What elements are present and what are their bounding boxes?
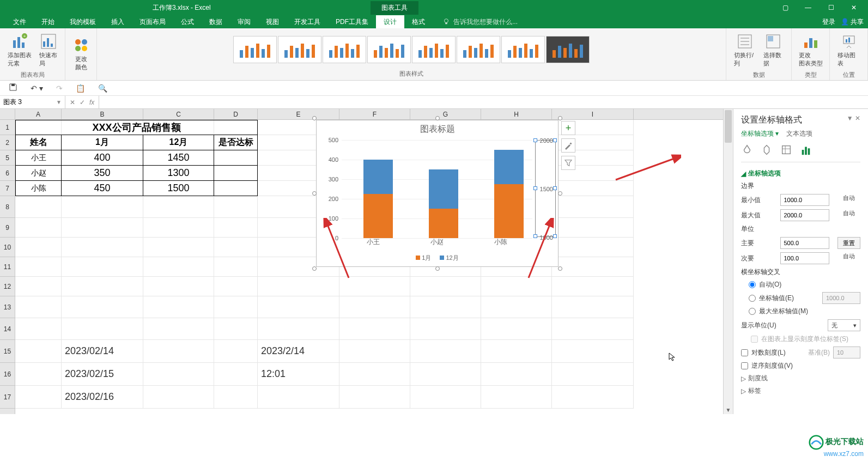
col-header-D[interactable]: D xyxy=(214,109,258,119)
row-header-10[interactable]: 10 xyxy=(0,238,15,257)
cell-C8[interactable] xyxy=(143,196,214,218)
cell-I15[interactable] xyxy=(552,340,634,363)
redo-button[interactable]: ↷ xyxy=(54,83,65,94)
cell-F14[interactable] xyxy=(339,318,410,340)
cell-D11[interactable] xyxy=(214,257,258,277)
cell-I9[interactable] xyxy=(552,218,634,238)
tell-me-input[interactable]: 告诉我您想要做什么... xyxy=(442,15,518,28)
share-button[interactable]: 👤 共享 xyxy=(841,17,864,27)
row-header-6[interactable]: 6 xyxy=(0,166,15,181)
cell-H14[interactable] xyxy=(481,318,552,340)
chart-legend[interactable]: 1月 12月 xyxy=(317,254,558,262)
chart-filters-button[interactable] xyxy=(561,156,575,170)
ribbon-tab-8[interactable]: 视图 xyxy=(258,15,287,28)
enter-formula-icon[interactable]: ✓ xyxy=(80,99,85,106)
text-options-tab[interactable]: 文本选项 xyxy=(786,129,812,138)
cell-C16[interactable] xyxy=(143,363,214,386)
save-button[interactable] xyxy=(7,82,20,94)
axis-options-icon[interactable] xyxy=(800,144,812,157)
select-all-corner[interactable] xyxy=(0,109,15,119)
cell-A1[interactable]: XXX公司产品销售额 xyxy=(15,120,258,135)
name-box-dropdown-icon[interactable]: ▼ xyxy=(56,99,62,105)
cell-F17[interactable] xyxy=(339,386,410,409)
cell-D14[interactable] xyxy=(214,318,258,340)
ribbon-tab-9[interactable]: 开发工具 xyxy=(287,15,328,28)
pane-options-icon[interactable]: ▼ ✕ xyxy=(847,114,860,126)
cell-H17[interactable] xyxy=(481,386,552,409)
axis-options-section[interactable]: ◢ 坐标轴选项 xyxy=(741,169,860,178)
cell-D7[interactable] xyxy=(214,181,258,196)
ribbon-tab-3[interactable]: 插入 xyxy=(104,15,132,28)
cell-C15[interactable] xyxy=(143,340,214,363)
undo-button[interactable]: ↶ ▾ xyxy=(28,83,45,94)
cell-H13[interactable] xyxy=(481,296,552,318)
cell-G17[interactable] xyxy=(410,386,481,409)
cell-A15[interactable] xyxy=(15,340,62,363)
primary-y-axis[interactable]: 0100200300400500 xyxy=(322,140,339,238)
qat-button-1[interactable]: 📋 xyxy=(74,83,87,94)
login-link[interactable]: 登录 xyxy=(822,17,835,27)
log-scale-check[interactable] xyxy=(741,349,748,356)
cell-A8[interactable] xyxy=(15,196,62,218)
cell-E13[interactable] xyxy=(258,296,339,318)
ribbon-tab-2[interactable]: 我的模板 xyxy=(62,15,104,28)
cell-I8[interactable] xyxy=(552,196,634,218)
cell-C2[interactable]: 12月 xyxy=(143,135,214,150)
plot-area[interactable] xyxy=(342,140,532,238)
ribbon-tab-10[interactable]: PDF工具集 xyxy=(328,15,376,28)
fx-icon[interactable]: fx xyxy=(89,99,94,106)
x-axis-labels[interactable]: 小王小赵小陈 xyxy=(342,238,532,247)
max-value-input[interactable] xyxy=(780,209,829,221)
row-header-12[interactable]: 12 xyxy=(0,277,15,296)
cell-I10[interactable] xyxy=(552,238,634,257)
change-colors-button[interactable]: 更改 颜色 xyxy=(70,34,92,74)
cell-D15[interactable] xyxy=(214,340,258,363)
scroll-thumb[interactable] xyxy=(725,110,732,143)
ribbon-tab-4[interactable]: 页面布局 xyxy=(132,15,173,28)
cell-D9[interactable] xyxy=(214,218,258,238)
cross-auto-radio[interactable] xyxy=(749,281,756,288)
cell-F15[interactable] xyxy=(339,340,410,363)
cell-A9[interactable] xyxy=(15,218,62,238)
ribbon-tab-6[interactable]: 数据 xyxy=(202,15,230,28)
qat-button-2[interactable]: 🔍 xyxy=(96,83,110,94)
chart-style-8[interactable] xyxy=(546,36,590,63)
cell-C10[interactable] xyxy=(143,238,214,257)
cell-I12[interactable] xyxy=(552,277,634,296)
cell-A12[interactable] xyxy=(15,277,62,296)
row-header-13[interactable]: 13 xyxy=(0,296,15,318)
cell-C11[interactable] xyxy=(143,257,214,277)
cell-A17[interactable] xyxy=(15,386,62,409)
cell-F13[interactable] xyxy=(339,296,410,318)
chart-style-5[interactable] xyxy=(412,36,456,63)
cell-B9[interactable] xyxy=(62,218,143,238)
cell-C17[interactable] xyxy=(143,386,214,409)
cell-A10[interactable] xyxy=(15,238,62,257)
cell-B5[interactable]: 400 xyxy=(62,150,143,166)
row-header-7[interactable]: 7 xyxy=(0,181,15,196)
cell-I14[interactable] xyxy=(552,318,634,340)
cell-D2[interactable]: 是否达标 xyxy=(214,135,258,150)
cell-C7[interactable]: 1500 xyxy=(143,181,214,196)
move-chart-button[interactable]: 移动图表 xyxy=(835,31,862,70)
ribbon-tab-7[interactable]: 审阅 xyxy=(230,15,258,28)
ribbon-tab-12[interactable]: 格式 xyxy=(404,15,433,28)
cell-I7[interactable] xyxy=(552,181,634,196)
ribbon-tab-5[interactable]: 公式 xyxy=(173,15,202,28)
cell-I16[interactable] xyxy=(552,363,634,386)
switch-row-col-button[interactable]: 切换行/列 xyxy=(732,31,758,70)
cell-B10[interactable] xyxy=(62,238,143,257)
chart-style-6[interactable] xyxy=(457,36,500,63)
name-box[interactable]: 图表 3 ▼ xyxy=(0,96,65,108)
cell-F16[interactable] xyxy=(339,363,410,386)
cell-I13[interactable] xyxy=(552,296,634,318)
cell-H16[interactable] xyxy=(481,363,552,386)
cell-B6[interactable]: 350 xyxy=(62,166,143,181)
cell-C12[interactable] xyxy=(143,277,214,296)
cell-B15[interactable]: 2023/02/14 xyxy=(62,340,143,363)
chart-style-2[interactable] xyxy=(278,36,321,63)
col-header-F[interactable]: F xyxy=(339,109,410,119)
fill-line-icon[interactable] xyxy=(741,144,753,157)
cell-H12[interactable] xyxy=(481,277,552,296)
cell-E12[interactable] xyxy=(258,277,339,296)
